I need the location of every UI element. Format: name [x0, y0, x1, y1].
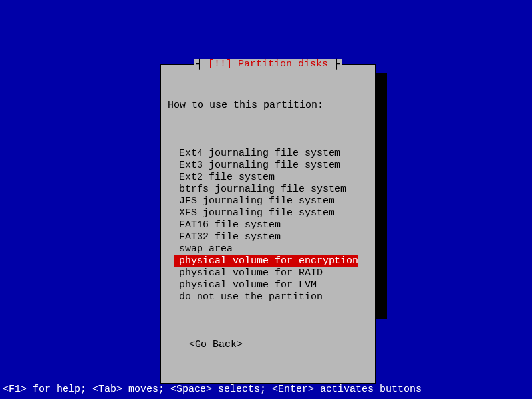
options-list: Ext4 journaling file system Ext3 journal…: [168, 148, 368, 303]
filesystem-option[interactable]: Ext3 journaling file system: [174, 160, 340, 171]
filesystem-option[interactable]: FAT16 file system: [174, 219, 281, 231]
dialog-title-row: ┤ [!!] Partition disks ├: [161, 59, 375, 70]
partition-dialog: ┤ [!!] Partition disks ├ How to use this…: [160, 64, 376, 384]
filesystem-option[interactable]: physical volume for RAID: [174, 267, 323, 279]
go-back-button[interactable]: <Go Back>: [168, 339, 368, 351]
status-bar: <F1> for help; <Tab> moves; <Space> sele…: [3, 384, 422, 395]
filesystem-option[interactable]: physical volume for LVM: [174, 279, 317, 291]
filesystem-option[interactable]: swap area: [174, 243, 233, 255]
filesystem-option[interactable]: physical volume for encryption: [174, 255, 358, 267]
filesystem-option[interactable]: btrfs journaling file system: [174, 184, 346, 195]
filesystem-option[interactable]: XFS journaling file system: [174, 207, 334, 219]
filesystem-option[interactable]: Ext4 journaling file system: [174, 148, 340, 159]
filesystem-option[interactable]: do not use the partition: [174, 291, 323, 303]
title-dash-right: ├: [328, 59, 340, 70]
filesystem-option[interactable]: FAT32 file system: [174, 231, 281, 243]
dialog-prompt: How to use this partition:: [168, 100, 368, 112]
title-dash-left: ┤: [196, 59, 208, 70]
dialog-title: [!!] Partition disks: [208, 59, 328, 70]
filesystem-option[interactable]: JFS journaling file system: [174, 196, 334, 207]
filesystem-option[interactable]: Ext2 file system: [174, 172, 275, 183]
